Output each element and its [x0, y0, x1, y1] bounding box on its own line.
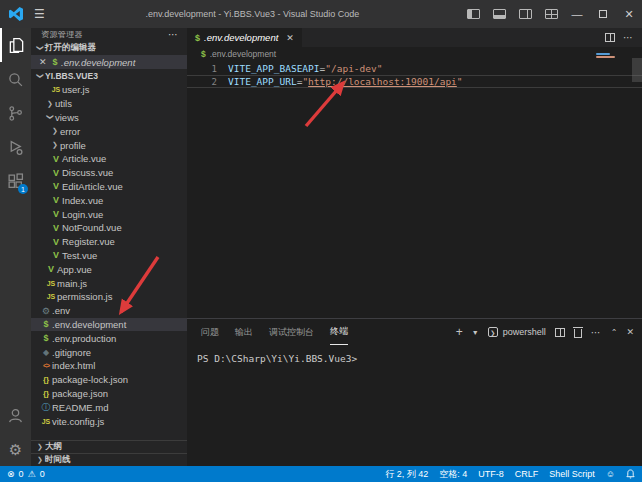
shell-label[interactable]: powershell — [503, 327, 546, 337]
run-debug-icon[interactable] — [0, 130, 31, 164]
tree-folder-profile[interactable]: ❯profile — [31, 138, 187, 152]
panel-tab-调试控制台[interactable]: 调试控制台 — [269, 319, 314, 345]
status-bar: ⊗ 0 ⚠ 0 行 2, 列 42 空格: 4 UTF-8 CRLF Shell… — [0, 466, 642, 482]
tree-item-.env[interactable]: ⚙.env — [31, 304, 187, 318]
open-editor-item[interactable]: ✕ $ .env.development — [31, 55, 187, 69]
vue-file-icon: V — [50, 195, 62, 205]
tree-folder-utils[interactable]: ❯utils — [31, 97, 187, 111]
feedback-icon[interactable]: ☺ — [606, 469, 615, 479]
tab-close-icon[interactable]: ✕ — [286, 33, 294, 43]
code-editor[interactable]: 1VITE_APP_BASEAPI="/api-dev"2VITE_APP_UR… — [187, 60, 642, 318]
panel-tab-问题[interactable]: 问题 — [201, 319, 219, 345]
tree-item-.env.production[interactable]: $.env.production — [31, 331, 187, 345]
tree-item-permission.js[interactable]: JSpermission.js — [31, 290, 187, 304]
tree-item-user.js[interactable]: JSuser.js — [31, 83, 187, 97]
tree-item-Test.vue[interactable]: VTest.vue — [31, 249, 187, 263]
tree-item-Login.vue[interactable]: VLogin.vue — [31, 207, 187, 221]
editor-scrollbar[interactable] — [632, 58, 642, 82]
split-editor-icon[interactable] — [605, 33, 615, 42]
open-editors-header[interactable]: ❯ 打开的编辑器 — [31, 41, 187, 55]
tree-item-label: EditArticle.vue — [62, 181, 123, 192]
tree-folder-error[interactable]: ❯error — [31, 124, 187, 138]
warning-count: 0 — [40, 469, 45, 479]
tree-item-vite.config.js[interactable]: JSvite.config.js — [31, 414, 187, 428]
settings-gear-icon[interactable]: ⚙ — [0, 432, 31, 466]
eol-sequence[interactable]: CRLF — [515, 469, 539, 479]
tree-item-package-lock.json[interactable]: {}package-lock.json — [31, 373, 187, 387]
maximize-panel-icon[interactable]: ⌃ — [611, 328, 618, 337]
language-mode[interactable]: Shell Script — [549, 469, 595, 479]
line-number: 2 — [187, 77, 217, 87]
title-bar: ☰ .env.development - Yi.BBS.Vue3 - Visua… — [0, 0, 642, 28]
source-control-icon[interactable] — [0, 96, 31, 130]
minimap-line-mark — [596, 53, 610, 55]
activity-bar: 1 ⚙ — [0, 28, 31, 466]
line-number: 1 — [187, 64, 217, 74]
cursor-position[interactable]: 行 2, 列 42 — [385, 468, 428, 481]
tree-item-.env.development[interactable]: $.env.development — [31, 318, 187, 332]
panel-tab-终端[interactable]: 终端 — [330, 319, 348, 345]
tree-item-.gitignore[interactable]: ◆.gitignore — [31, 345, 187, 359]
panel-tab-输出[interactable]: 输出 — [235, 319, 253, 345]
encoding[interactable]: UTF-8 — [478, 469, 504, 479]
tree-item-main.js[interactable]: JSmain.js — [31, 276, 187, 290]
problems-status[interactable]: ⊗ 0 ⚠ 0 — [7, 469, 45, 479]
tree-item-label: index.html — [52, 360, 95, 371]
close-button[interactable]: ✕ — [616, 0, 642, 28]
url-link[interactable]: http://localhost:19001/api — [308, 76, 457, 87]
panel-more-actions-icon[interactable]: ⋯ — [591, 327, 602, 338]
vue-file-icon: V — [50, 154, 62, 164]
outline-section[interactable]: ❯ 大纲 — [31, 440, 187, 453]
tab-env-development[interactable]: $ .env.development ✕ — [187, 28, 302, 47]
menu-icon[interactable]: ☰ — [34, 7, 45, 21]
tree-item-App.vue[interactable]: VApp.vue — [31, 262, 187, 276]
explorer-icon[interactable] — [0, 28, 31, 62]
code-token: VITE_APP_URL — [228, 76, 297, 87]
tree-item-Article.vue[interactable]: VArticle.vue — [31, 152, 187, 166]
editor-more-actions-icon[interactable]: ⋯ — [623, 32, 634, 43]
tree-item-label: permission.js — [57, 291, 112, 302]
file-tree: JSuser.js❯utils❯views❯error❯profileVArti… — [31, 83, 187, 428]
tree-item-package.json[interactable]: {}package.json — [31, 387, 187, 401]
new-terminal-icon[interactable]: + — [456, 325, 463, 339]
tab-label: .env.development — [204, 32, 278, 43]
tree-folder-views[interactable]: ❯views — [31, 111, 187, 125]
tree-item-EditArticle.vue[interactable]: VEditArticle.vue — [31, 180, 187, 194]
customize-layout-icon[interactable] — [538, 0, 564, 28]
close-icon[interactable]: ✕ — [39, 57, 49, 67]
explorer-actions-icon[interactable]: ⋯ — [168, 29, 179, 40]
code-line-2[interactable]: 2VITE_APP_URL="http://localhost:19001/ap… — [187, 75, 642, 88]
code-line-1[interactable]: 1VITE_APP_BASEAPI="/api-dev" — [187, 62, 642, 75]
kill-terminal-icon[interactable] — [574, 329, 582, 338]
search-icon[interactable] — [0, 62, 31, 96]
tree-item-README.md[interactable]: ⓘREADME.md — [31, 400, 187, 414]
minimize-button[interactable]: — — [564, 0, 590, 28]
tree-item-Index.vue[interactable]: VIndex.vue — [31, 193, 187, 207]
vue-file-icon: V — [50, 181, 62, 191]
toggle-secondary-sidebar-icon[interactable] — [512, 0, 538, 28]
tree-item-label: NotFound.vue — [62, 222, 122, 233]
chevron-down-icon: ❯ — [46, 112, 54, 122]
code-text: VITE_APP_URL="http://localhost:19001/api… — [217, 76, 463, 87]
tree-item-Discuss.vue[interactable]: VDiscuss.vue — [31, 166, 187, 180]
terminal-output[interactable]: PS D:\CSharp\Yi\Yi.BBS.Vue3> — [187, 345, 642, 466]
account-icon[interactable] — [0, 398, 31, 432]
tree-item-index.html[interactable]: <>index.html — [31, 359, 187, 373]
tree-item-label: error — [60, 126, 80, 137]
project-section-header[interactable]: ❯ YI.BBS.VUE3 — [31, 69, 187, 83]
notifications-bell-icon[interactable] — [626, 469, 635, 479]
terminal-dropdown-icon[interactable]: ▼ — [472, 329, 479, 336]
tree-item-label: Test.vue — [62, 250, 97, 261]
close-panel-icon[interactable]: ✕ — [626, 327, 634, 337]
tree-item-Register.vue[interactable]: VRegister.vue — [31, 235, 187, 249]
split-terminal-icon[interactable] — [555, 328, 565, 337]
extensions-icon[interactable]: 1 — [0, 164, 31, 198]
toggle-panel-icon[interactable] — [486, 0, 512, 28]
breadcrumb[interactable]: $ .env.development — [187, 47, 642, 60]
minimap[interactable] — [596, 53, 618, 59]
toggle-sidebar-icon[interactable] — [460, 0, 486, 28]
tree-item-NotFound.vue[interactable]: VNotFound.vue — [31, 221, 187, 235]
maximize-button[interactable] — [590, 0, 616, 28]
indentation[interactable]: 空格: 4 — [439, 468, 467, 481]
timeline-section[interactable]: ❯ 时间线 — [31, 453, 187, 466]
